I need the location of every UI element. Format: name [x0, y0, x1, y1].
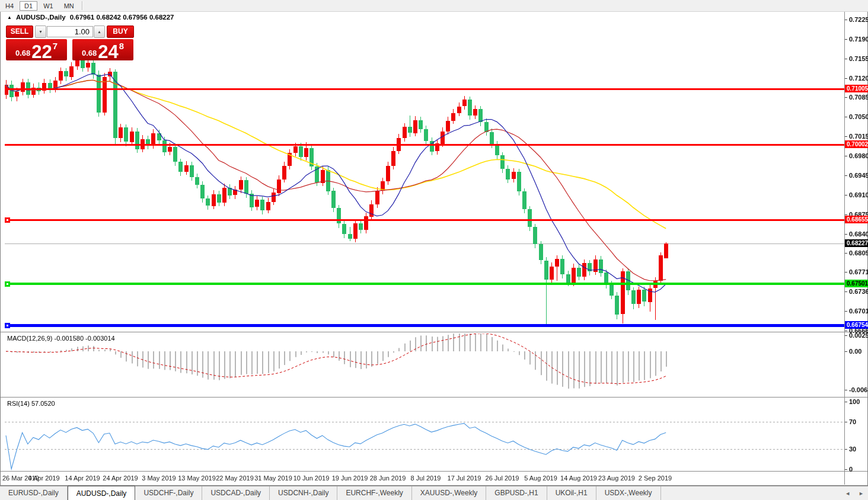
price-axis-tick: 0.68400 [849, 230, 868, 238]
buy-price-big: 24 [98, 43, 118, 60]
rsi-axis-tick: 0 [849, 466, 853, 473]
toolbar-separator [82, 1, 83, 10]
date-axis-label: 23 Aug 2019 [598, 475, 635, 482]
chart-tab-gbpusd-h1[interactable]: GBPUSD-,H1 [486, 486, 547, 500]
price-axis-tick: 0.68050 [849, 249, 868, 257]
price-axis-tick: 0.69800 [849, 152, 868, 159]
chevron-up-icon: ▴ [98, 29, 100, 34]
timeframe-button-w1[interactable]: W1 [39, 1, 58, 11]
chart-tab-usdcnh-daily[interactable]: USDCNH-,Daily [270, 486, 337, 500]
buy-price-prefix: 0.68 [82, 49, 97, 57]
chart-tab-bar: EURUSD-,DailyAUDUSD-,DailyUSDCHF-,DailyU… [0, 486, 868, 500]
sell-price-prefix: 0.68 [15, 49, 30, 57]
timeframe-button-d1[interactable]: D1 [20, 1, 37, 11]
sell-price-big: 22 [31, 43, 52, 60]
macd-indicator-label: MACD(12,26,9) -0.001580 -0.003014 [7, 335, 115, 342]
level-price-tag: 0.66754 [845, 321, 868, 329]
price-axis-tick: 0.67710 [849, 268, 868, 275]
timeframe-toolbar: H4D1W1MN [0, 0, 868, 12]
current-price-tag: 0.68227 [845, 239, 868, 247]
panel-divider-rsi[interactable] [1, 397, 867, 399]
price-axis-tick: 0.72250 [849, 16, 868, 23]
sell-price-pip: 7 [53, 41, 58, 51]
price-axis-tick: 0.70150 [849, 133, 868, 140]
date-axis-label: 26 Jul 2019 [486, 475, 519, 482]
chart-tab-eurchf-weekly[interactable]: EURCHF-,Weekly [337, 486, 411, 500]
date-axis-label: 5 Aug 2019 [524, 475, 557, 482]
chart-tab-ukoil-h1[interactable]: UKOil-,H1 [547, 486, 596, 500]
price-axis-tick: 0.71900 [849, 36, 868, 43]
date-axis-label: 19 Jun 2019 [332, 475, 368, 482]
price-axis-tick: 0.69450 [849, 172, 868, 179]
volume-increase-button[interactable]: ▴ [94, 25, 105, 38]
date-axis-label: 4 Apr 2019 [28, 475, 59, 482]
sell-button[interactable]: SELL [6, 25, 33, 38]
sell-price-tile[interactable]: 0.68 22 7 [6, 39, 67, 60]
chart-title: ▲AUDUSD-,Daily0.67961 0.68242 0.67956 0.… [7, 14, 174, 21]
rsi-axis-tick: 100 [849, 398, 860, 405]
price-axis-tick: 0.71200 [849, 75, 868, 82]
chart-tab-eurusd-daily[interactable]: EURUSD-,Daily [0, 486, 68, 500]
level-price-tag: 0.67501 [845, 280, 868, 287]
tab-scroll-left-icon[interactable]: ◄ [841, 491, 854, 496]
volume-input[interactable] [47, 26, 93, 37]
one-click-trading-widget: SELL ▾ ▴ BUY 0.68 22 7 0.68 24 8 [6, 25, 134, 60]
chevron-down-icon: ▾ [39, 29, 42, 34]
price-chart-canvas[interactable] [0, 0, 868, 500]
chart-tab-usdcad-daily[interactable]: USDCAD-,Daily [202, 486, 270, 500]
chart-tab-audusd-daily[interactable]: AUDUSD-,Daily [68, 486, 136, 500]
level-price-tag: 0.71005 [845, 85, 868, 92]
chart-tab-usdchf-daily[interactable]: USDCHF-,Daily [135, 486, 202, 500]
date-axis-label: 17 Jul 2019 [448, 475, 481, 482]
level-price-tag: 0.68655 [845, 216, 868, 223]
volume-stepper: ▾ ▴ [35, 25, 105, 38]
panel-divider-macd[interactable] [1, 332, 867, 334]
chart-ohlc-values: 0.67961 0.68242 0.67956 0.68227 [70, 14, 174, 21]
rsi-indicator-label: RSI(14) 57.0520 [7, 400, 55, 407]
price-axis-tick: 0.67360 [849, 288, 868, 295]
chart-tab-usdx-weekly[interactable]: USDX-,Weekly [596, 486, 661, 500]
date-axis-label: 3 May 2019 [142, 475, 175, 482]
price-axis-tick: 0.67010 [849, 307, 868, 315]
price-axis-tick: 0.71550 [849, 55, 868, 62]
price-axis-tick: 0.70500 [849, 113, 868, 120]
price-axis-separator [844, 12, 845, 485]
tab-scroll-right-icon[interactable]: ► [854, 491, 868, 496]
date-axis-label: 14 Aug 2019 [560, 475, 597, 482]
buy-price-tile[interactable]: 0.68 24 8 [72, 39, 133, 60]
macd-axis-tick: -0.006326 [849, 386, 868, 393]
chart-symbol-label: AUDUSD-,Daily [16, 14, 66, 21]
buy-button[interactable]: BUY [107, 25, 134, 38]
rsi-axis-tick: 30 [849, 445, 856, 453]
buy-price-pip: 8 [119, 41, 124, 51]
collapse-widget-icon[interactable]: ▲ [7, 15, 12, 20]
timeframe-button-h4[interactable]: H4 [1, 1, 18, 11]
volume-decrease-button[interactable]: ▾ [35, 25, 46, 38]
rsi-axis-tick: 70 [849, 418, 856, 425]
panel-divider-dates [1, 471, 867, 473]
macd-axis-tick: 0.002574 [849, 332, 868, 339]
date-axis-label: 13 May 2019 [178, 475, 216, 482]
date-axis-label: 10 Jun 2019 [293, 475, 330, 482]
date-axis-label: 24 Apr 2019 [103, 475, 138, 482]
date-axis-label: 22 May 2019 [216, 475, 254, 482]
price-axis-tick: 0.70850 [849, 94, 868, 101]
macd-axis-tick: 0.00 [849, 348, 861, 355]
timeframe-button-mn[interactable]: MN [59, 1, 79, 11]
chart-tab-xauusd-weekly[interactable]: XAUUSD-,Weekly [412, 486, 486, 500]
level-price-tag: 0.70002 [845, 140, 868, 148]
price-axis-tick: 0.69100 [849, 191, 868, 198]
date-axis-label: 14 Apr 2019 [65, 475, 100, 482]
date-axis-label: 31 May 2019 [254, 475, 292, 482]
date-axis-label: 2 Sep 2019 [639, 475, 672, 482]
date-axis-label: 8 Jul 2019 [411, 475, 441, 482]
date-axis-label: 28 Jun 2019 [370, 475, 406, 482]
